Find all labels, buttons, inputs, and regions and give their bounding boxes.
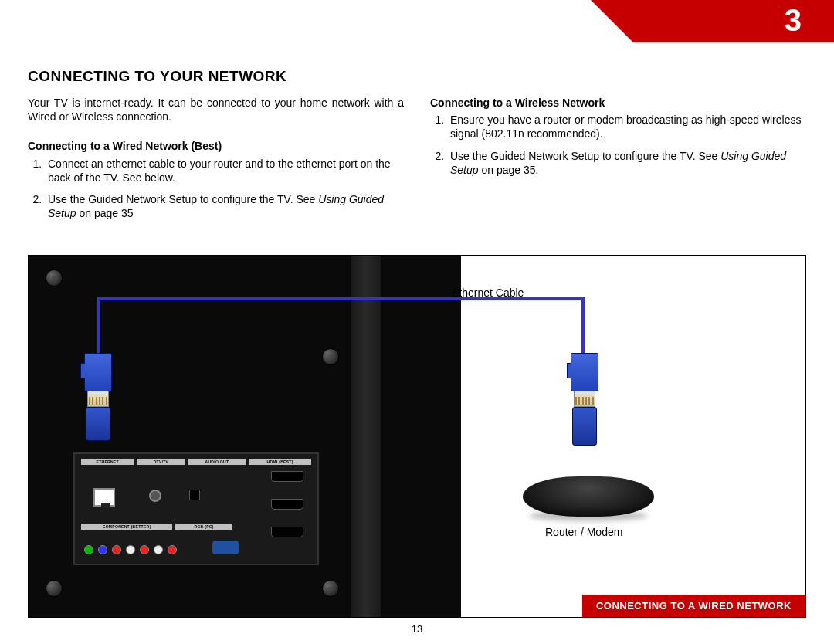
wired-step2-suffix: on page 35 [76,207,134,219]
port-label-rgb: RGB (PC) [175,524,232,530]
port-label-audio-out: AUDIO OUT [188,459,246,465]
router-label: Router / Modem [545,526,622,538]
wireless-heading: Connecting to a Wireless Network [430,96,806,110]
wired-step2-text: Use the Guided Network Setup to configur… [48,193,318,205]
hdmi-port-icon [271,471,303,482]
rj45-plug-icon [84,407,112,446]
coax-port-icon [149,490,161,502]
router-icon [523,476,654,517]
wireless-step2-suffix: on page 35. [479,164,539,176]
screw-icon [322,580,339,597]
component-ports [84,545,177,554]
wired-steps: Connect an ethernet cable to your router… [28,157,404,221]
screw-icon [322,348,339,365]
left-column: Your TV is internet-ready. It can be con… [28,96,404,228]
wireless-steps: Ensure you have a router or modem broadc… [430,113,806,177]
vga-port-icon [212,541,239,554]
port-label-ethernet: ETHERNET [81,459,134,465]
page-number: 13 [412,623,422,635]
port-label-dtv: DTV/TV [137,459,185,465]
rj45-plug-icon [571,407,598,461]
cable-line [581,297,585,353]
wireless-step2-text: Use the Guided Network Setup to configur… [450,150,720,162]
connection-diagram: ETHERNET DTV/TV AUDIO OUT HDMI (BEST) CO… [28,255,806,618]
section-title: CONNECTING TO YOUR NETWORK [28,68,806,85]
wireless-step-2: Use the Guided Network Setup to configur… [447,149,806,177]
port-label-hdmi: HDMI (BEST) [249,459,311,465]
chapter-number: 3 [785,3,802,38]
chapter-tab: 3 [633,0,834,42]
rj45-connector-icon [571,353,598,407]
port-panel: ETHERNET DTV/TV AUDIO OUT HDMI (BEST) CO… [73,452,319,565]
intro-text: Your TV is internet-ready. It can be con… [28,96,404,124]
screw-icon [46,269,63,286]
wired-step-2: Use the Guided Network Setup to configur… [45,192,404,220]
screw-icon [46,580,63,597]
wired-heading: Connecting to a Wired Network (Best) [28,139,404,153]
ethernet-cable-label: Ethernet Cable [452,286,524,299]
hdmi-port-icon [271,499,303,510]
main-content: CONNECTING TO YOUR NETWORK Your TV is in… [28,68,806,228]
wireless-step-1: Ensure you have a router or modem broadc… [447,113,806,141]
optical-port-icon [189,490,200,500]
ethernet-port-icon [93,488,115,507]
cable-line [97,297,100,353]
hdmi-port-icon [271,527,303,537]
port-label-component: COMPONENT (BETTER) [81,524,172,530]
right-column: Connecting to a Wireless Network Ensure … [430,96,806,228]
diagram-caption: CONNECTING TO A WIRED NETWORK [582,595,805,617]
wired-step-1: Connect an ethernet cable to your router… [45,157,404,185]
rj45-connector-icon [84,353,112,407]
